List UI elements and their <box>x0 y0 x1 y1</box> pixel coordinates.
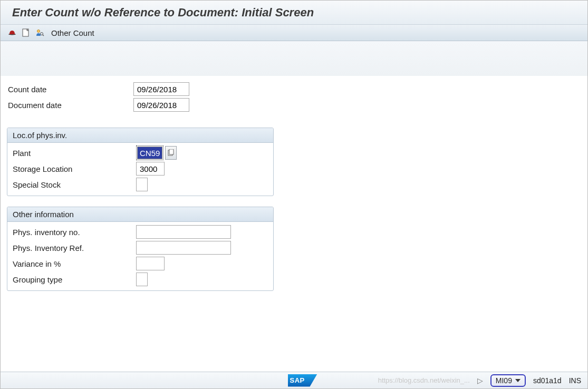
plant-label: Plant <box>12 149 136 158</box>
other-count-button[interactable]: Other Count <box>51 28 94 37</box>
plant-field-wrap <box>136 145 163 160</box>
system-id-text: sd01a1d <box>533 376 562 385</box>
phys-inv-ref-input[interactable] <box>136 241 231 255</box>
svg-point-2 <box>37 30 40 33</box>
special-stock-label: Special Stock <box>12 180 136 189</box>
group-other-body: Phys. inventory no. Phys. Inventory Ref.… <box>7 222 273 290</box>
watermark-text: https://blog.csdn.net/weixin_... <box>378 376 470 384</box>
hat-icon[interactable] <box>7 28 17 37</box>
status-open-icon[interactable]: ▷ <box>477 376 483 385</box>
count-date-label: Count date <box>7 85 133 94</box>
row-phys-inv-ref: Phys. Inventory Ref. <box>12 240 269 256</box>
row-grouping-type: Grouping type <box>12 271 269 287</box>
row-count-date: Count date <box>7 81 581 97</box>
document-date-input[interactable] <box>133 98 189 112</box>
sap-logo: SAP <box>288 374 317 387</box>
transaction-code-dropdown[interactable]: MI09 <box>490 374 526 387</box>
page-title: Enter Count w/o Reference to Document: I… <box>12 6 314 19</box>
group-other-info: Other information Phys. inventory no. Ph… <box>7 207 274 291</box>
svg-point-3 <box>41 33 43 35</box>
special-stock-input[interactable] <box>136 178 148 191</box>
row-storage-location: Storage Location <box>12 161 269 177</box>
variance-label: Variance in % <box>12 259 136 268</box>
row-document-date: Document date <box>7 97 581 113</box>
chevron-down-icon <box>515 379 520 382</box>
sap-logo-text: SAP <box>290 376 305 384</box>
grouping-type-label: Grouping type <box>12 275 136 284</box>
transaction-code-text: MI09 <box>496 376 512 385</box>
plant-search-help-button[interactable] <box>165 146 177 160</box>
count-date-input[interactable] <box>133 82 189 96</box>
row-plant: Plant <box>12 145 269 161</box>
person-search-icon[interactable] <box>34 28 45 37</box>
storage-location-label: Storage Location <box>12 164 136 173</box>
group-loc-phys-inv: Loc.of phys.inv. Plant Storage Lo <box>7 128 274 196</box>
grouping-type-input[interactable] <box>136 273 148 286</box>
row-variance: Variance in % <box>12 256 269 271</box>
toolbar: Other Count <box>1 25 587 41</box>
group-loc-header: Loc.of phys.inv. <box>7 128 273 143</box>
row-phys-inv-no: Phys. inventory no. <box>12 224 269 240</box>
status-bar: SAP https://blog.csdn.net/weixin_... ▷ M… <box>1 372 587 388</box>
sap-logo-shape: SAP <box>288 374 317 387</box>
phys-inv-ref-label: Phys. Inventory Ref. <box>12 244 136 252</box>
page-icon[interactable] <box>21 28 31 37</box>
group-other-header: Other information <box>7 207 273 222</box>
phys-inv-no-input[interactable] <box>136 225 231 239</box>
content-area: Count date Document date Loc.of phys.inv… <box>1 76 587 291</box>
phys-inv-no-label: Phys. inventory no. <box>12 228 136 237</box>
toolbar-spacer <box>1 41 587 76</box>
row-special-stock: Special Stock <box>12 177 269 192</box>
title-bar: Enter Count w/o Reference to Document: I… <box>1 1 587 25</box>
plant-input[interactable] <box>137 147 162 159</box>
variance-input[interactable] <box>136 257 165 270</box>
document-date-label: Document date <box>7 101 133 110</box>
svg-rect-6 <box>169 149 173 154</box>
svg-line-4 <box>43 35 44 36</box>
app-window: Enter Count w/o Reference to Document: I… <box>0 0 588 389</box>
group-loc-body: Plant Storage Location <box>7 143 273 196</box>
insert-mode-text: INS <box>569 376 581 385</box>
storage-location-input[interactable] <box>136 162 165 176</box>
